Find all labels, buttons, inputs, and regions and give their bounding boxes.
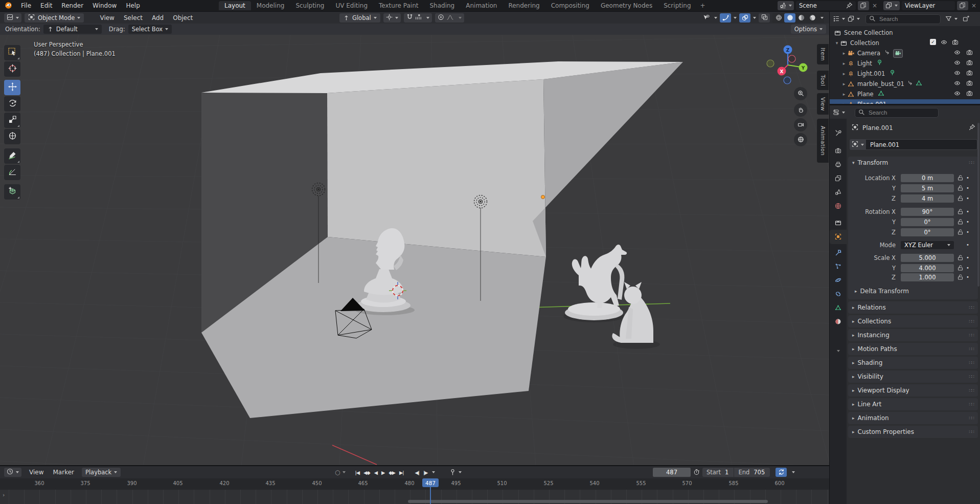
render-visibility-toggle[interactable] xyxy=(966,70,973,78)
expand-icon[interactable]: ▸ xyxy=(841,81,847,86)
preview-range-icon[interactable] xyxy=(449,468,456,477)
outliner-display-mode-button[interactable] xyxy=(848,14,860,24)
viewport-menu-view[interactable]: View xyxy=(95,14,119,21)
menu-help[interactable]: Help xyxy=(121,2,144,9)
gizmo-neg-z-ball[interactable] xyxy=(784,77,791,84)
scale-z-field[interactable]: 1.000 xyxy=(901,273,954,281)
outliner-row-marble-bust[interactable]: ▸ marble_bust_01 xyxy=(830,79,980,89)
outliner-row-scene-collection[interactable]: Scene Collection xyxy=(830,28,980,38)
menu-edit[interactable]: Edit xyxy=(36,2,57,9)
pin-icon[interactable] xyxy=(846,1,853,11)
transform-panel-header[interactable]: ▾Transform∷∷ xyxy=(848,157,978,169)
channel-expander[interactable]: › xyxy=(3,492,5,498)
viewlayer-copy-button[interactable] xyxy=(957,1,968,10)
plane-001-origin-dot[interactable] xyxy=(541,195,545,199)
scale-x-field[interactable]: 5.000 xyxy=(901,254,954,262)
scene-type-dropdown[interactable] xyxy=(778,1,794,10)
panel-animation[interactable]: ▸Animation∷∷ xyxy=(848,412,978,424)
new-collection-button[interactable] xyxy=(960,14,971,24)
render-visibility-toggle[interactable] xyxy=(966,90,973,98)
animate-dot[interactable]: • xyxy=(966,242,969,248)
tool-transform[interactable] xyxy=(4,129,20,144)
lock-icon[interactable] xyxy=(954,208,966,215)
frame-back-button[interactable]: ◀| xyxy=(413,470,421,475)
play-button[interactable]: ▶ xyxy=(379,470,386,475)
properties-editor-type-button[interactable] xyxy=(833,108,845,118)
ortho-toggle-button[interactable] xyxy=(794,133,807,146)
falloff-curve-icon[interactable] xyxy=(447,14,453,22)
properties-search[interactable] xyxy=(855,108,939,118)
lock-icon[interactable] xyxy=(954,174,966,181)
viewlayer-remove-button[interactable]: × xyxy=(970,2,977,9)
snap-dropdown[interactable] xyxy=(404,13,432,23)
magnet-icon[interactable] xyxy=(406,14,413,22)
gizmo-neg-x-ball[interactable] xyxy=(788,55,795,62)
light-data-icon[interactable] xyxy=(889,70,896,78)
timeline-menu-marker[interactable]: Marker xyxy=(48,469,78,476)
editor-type-button[interactable] xyxy=(4,13,21,23)
tab-world[interactable] xyxy=(830,199,847,213)
tab-geometry-nodes[interactable]: Geometry Nodes xyxy=(595,1,658,10)
shading-dropdown-caret[interactable] xyxy=(821,17,824,19)
tab-render[interactable] xyxy=(830,144,847,158)
lock-icon[interactable] xyxy=(954,265,966,271)
object-visibility-dropdown[interactable] xyxy=(700,13,717,23)
viewport-menu-select[interactable]: Select xyxy=(119,14,147,21)
pin-id-icon[interactable] xyxy=(969,123,975,133)
gizmos-dropdown[interactable] xyxy=(720,13,737,23)
lock-icon[interactable] xyxy=(954,229,966,235)
animate-dot[interactable]: • xyxy=(966,209,969,214)
menu-file[interactable]: File xyxy=(16,2,36,9)
viewlayer-type-dropdown[interactable] xyxy=(883,1,900,10)
xray-toggle[interactable] xyxy=(759,13,770,23)
animate-dot[interactable]: • xyxy=(966,265,969,271)
tab-texture-paint[interactable]: Texture Paint xyxy=(373,1,424,10)
outliner-editor-type-button[interactable] xyxy=(833,14,845,24)
lock-icon[interactable] xyxy=(954,185,966,191)
scene-new-copy-button[interactable] xyxy=(858,1,869,10)
tab-particles[interactable] xyxy=(830,259,847,274)
next-keyframe-button[interactable]: ◆▶ xyxy=(386,470,397,475)
tab-scene[interactable] xyxy=(830,185,847,200)
properties-scrollbar[interactable] xyxy=(977,123,979,287)
object-name-field[interactable]: Plane.001 xyxy=(866,139,977,150)
tab-scripting[interactable]: Scripting xyxy=(658,1,696,10)
pivot-point-dropdown[interactable] xyxy=(383,13,401,23)
sidebar-tab-tool[interactable]: Tool xyxy=(817,71,829,90)
tab-material[interactable] xyxy=(830,315,847,329)
navigation-gizmo[interactable]: Z Y X xyxy=(767,46,808,84)
panel-viewport-display[interactable]: ▸Viewport Display∷∷ xyxy=(848,384,978,397)
panel-custom-properties[interactable]: ▸Custom Properties∷∷ xyxy=(848,426,978,438)
timeline-ruler[interactable]: 3603753904054204354504654804955105255405… xyxy=(0,478,829,490)
outliner-row-light[interactable]: ▸ Light xyxy=(830,58,980,69)
shading-material-button[interactable] xyxy=(795,13,807,23)
hide-eye-toggle[interactable] xyxy=(954,59,961,68)
location-x-field[interactable]: 0 m xyxy=(901,174,954,182)
lock-icon[interactable] xyxy=(954,195,966,202)
expand-icon[interactable]: ▸ xyxy=(841,61,847,66)
expand-icon[interactable]: ▸ xyxy=(841,51,847,56)
panel-drag-handle[interactable]: ∷∷ xyxy=(969,160,974,165)
3d-viewport[interactable]: Z Y X User Perspective (487) Collection … xyxy=(0,35,829,465)
sync-caret[interactable] xyxy=(792,471,795,473)
hide-eye-toggle[interactable] xyxy=(954,90,961,98)
tab-layout[interactable]: Layout xyxy=(219,1,251,10)
delta-transform-panel[interactable]: ▸Delta Transform xyxy=(855,288,909,295)
shading-rendered-button[interactable] xyxy=(807,13,818,23)
render-visibility-toggle[interactable] xyxy=(966,80,973,88)
rotation-z-field[interactable]: 0° xyxy=(901,228,954,236)
tab-collection[interactable] xyxy=(830,216,847,230)
tool-add-cube[interactable] xyxy=(4,184,20,200)
animate-dot[interactable]: • xyxy=(966,274,969,280)
end-value-field[interactable]: 705 xyxy=(754,469,770,476)
timeline-editor-type-button[interactable] xyxy=(4,468,21,477)
panel-line-art[interactable]: ▸Line Art∷∷ xyxy=(848,398,978,410)
timeline-menu-view[interactable]: View xyxy=(25,469,48,476)
shading-wireframe-button[interactable] xyxy=(773,13,784,23)
jump-to-end-button[interactable]: ▶| xyxy=(397,470,406,475)
panel-shading[interactable]: ▸Shading∷∷ xyxy=(848,357,978,369)
mode-dropdown[interactable]: Object Mode xyxy=(25,13,84,23)
animate-dot[interactable]: • xyxy=(966,255,969,260)
rotation-y-field[interactable]: 0° xyxy=(901,218,954,226)
location-z-field[interactable]: 4 m xyxy=(901,194,954,203)
